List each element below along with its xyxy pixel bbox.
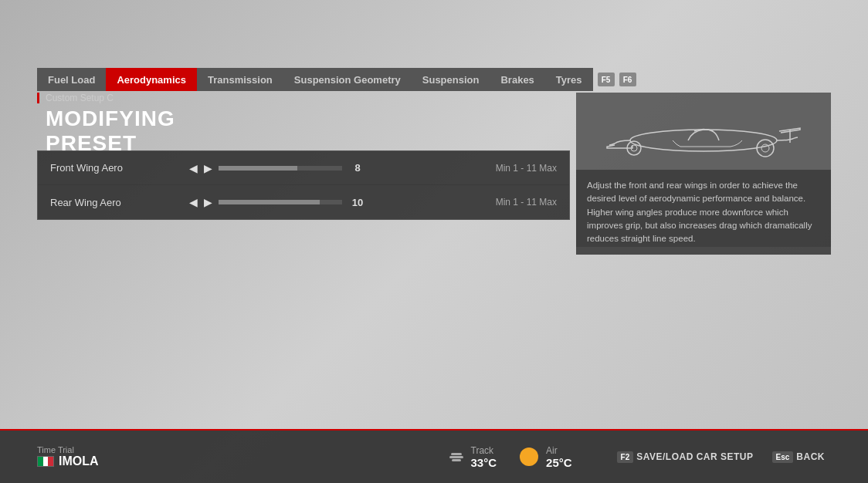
info-panel: Adjust the front and rear wings in order… <box>576 93 831 247</box>
heat-line-2 <box>449 456 463 458</box>
heat-line-3 <box>452 459 461 461</box>
track-temp: 33°C <box>471 456 497 469</box>
air-info: Air 25°C <box>546 445 572 469</box>
back-button[interactable]: Esc BACK <box>766 448 831 466</box>
svg-point-0 <box>630 130 777 151</box>
info-description: Adjust the front and rear wings in order… <box>576 170 831 255</box>
rear-wing-decrease[interactable]: ◀ <box>189 196 198 208</box>
heat-line-1 <box>451 453 462 455</box>
front-wing-range: Min 1 - 11 Max <box>496 163 557 174</box>
sun-icon <box>520 448 538 466</box>
location-name: IMOLA <box>59 454 99 468</box>
tab-tyres[interactable]: Tyres <box>545 68 593 91</box>
status-right: Track 33°C Air 25°C F2 SAVE/LOAD CAR SET… <box>449 445 831 469</box>
rear-wing-fill <box>219 200 320 204</box>
front-wing-fill <box>219 166 297 171</box>
track-label: Track <box>471 445 497 456</box>
status-left: Time Trial IMOLA <box>37 445 99 468</box>
header-subtitle: Custom Setup C <box>37 93 253 103</box>
back-label: BACK <box>796 451 825 462</box>
track-weather: Track 33°C <box>449 445 497 469</box>
tab-brakes[interactable]: Brakes <box>490 68 544 91</box>
track-info: Track 33°C <box>471 445 497 469</box>
tab-transmission[interactable]: Transmission <box>197 68 283 91</box>
rear-wing-value: 10 <box>348 197 367 208</box>
setting-row-rear-wing: Rear Wing Aero ◀ ▶ 10 Min 1 - 11 Max <box>38 185 569 219</box>
status-location: IMOLA <box>37 454 99 468</box>
heat-icon <box>449 453 463 461</box>
nav-tabs: Fuel Load Aerodynamics Transmission Susp… <box>37 68 636 91</box>
car-illustration <box>576 93 831 170</box>
svg-point-4 <box>761 144 769 152</box>
tab-suspension[interactable]: Suspension <box>412 68 490 91</box>
esc-key: Esc <box>772 451 794 463</box>
rear-wing-controls: ◀ ▶ 10 Min 1 - 11 Max <box>189 196 557 208</box>
front-wing-increase[interactable]: ▶ <box>204 162 212 174</box>
front-wing-value: 8 <box>348 162 367 174</box>
front-wing-decrease[interactable]: ◀ <box>189 162 198 174</box>
tab-aerodynamics[interactable]: Aerodynamics <box>106 68 197 91</box>
header-title: MODIFYING PRESET <box>37 106 253 156</box>
tab-suspension-geometry[interactable]: Suspension Geometry <box>283 68 412 91</box>
f2-key: F2 <box>617 451 634 463</box>
air-temp: 25°C <box>546 456 572 469</box>
front-wing-slider[interactable] <box>219 166 342 171</box>
main-background: Fuel Load Aerodynamics Transmission Susp… <box>0 0 868 483</box>
car-svg <box>603 100 804 162</box>
save-load-label: SAVE/LOAD CAR SETUP <box>636 451 753 462</box>
air-weather: Air 25°C <box>520 445 572 469</box>
settings-panel: Front Wing Aero ◀ ▶ 8 Min 1 - 11 Max Rea… <box>37 150 570 220</box>
air-label: Air <box>546 445 572 456</box>
status-mode: Time Trial <box>37 445 99 454</box>
save-load-button[interactable]: F2 SAVE/LOAD CAR SETUP <box>611 448 760 466</box>
front-wing-controls: ◀ ▶ 8 Min 1 - 11 Max <box>189 162 557 174</box>
header-box: Custom Setup C MODIFYING PRESET <box>37 93 253 156</box>
rear-wing-slider[interactable] <box>219 200 342 204</box>
front-wing-label: Front Wing Aero <box>50 162 189 174</box>
rear-wing-label: Rear Wing Aero <box>50 197 189 208</box>
bottom-bar: Time Trial IMOLA Track 3 <box>0 429 868 483</box>
rear-wing-range: Min 1 - 11 Max <box>496 197 557 208</box>
setting-row-front-wing: Front Wing Aero ◀ ▶ 8 Min 1 - 11 Max <box>38 151 569 185</box>
f5-key: F5 <box>598 73 615 86</box>
f6-key: F6 <box>619 73 636 86</box>
italy-flag <box>37 456 54 467</box>
svg-point-3 <box>757 140 774 157</box>
tab-fuel-load[interactable]: Fuel Load <box>37 68 106 91</box>
rear-wing-increase[interactable]: ▶ <box>204 196 212 208</box>
